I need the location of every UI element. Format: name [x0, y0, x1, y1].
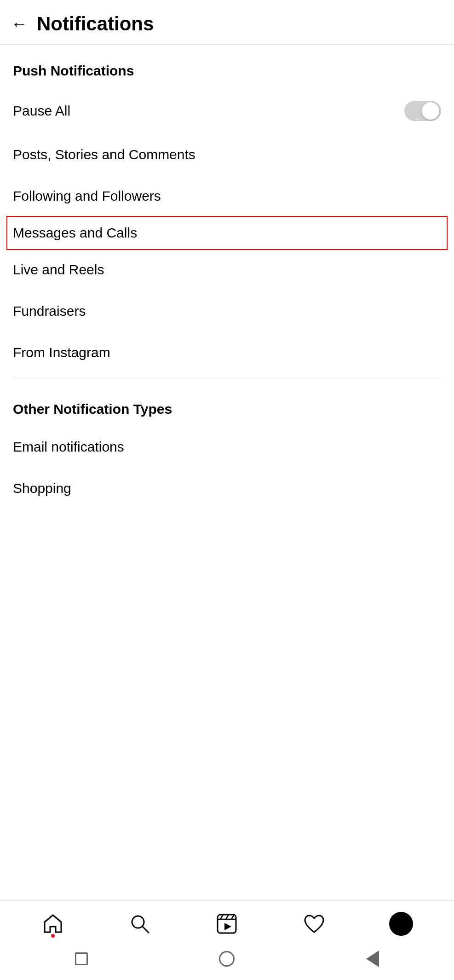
menu-item-fundraisers[interactable]: Fundraisers [13, 290, 441, 332]
back-button[interactable]: ← [11, 16, 28, 32]
circle-icon [219, 951, 235, 967]
svg-line-1 [143, 927, 149, 933]
menu-item-shopping[interactable]: Shopping [13, 468, 441, 509]
android-back-button[interactable] [75, 952, 88, 965]
search-icon [128, 912, 152, 936]
nav-item-search[interactable] [128, 912, 152, 936]
other-notifications-heading: Other Notification Types [13, 383, 441, 426]
section-divider [13, 378, 441, 378]
nav-item-reels[interactable] [215, 912, 239, 936]
android-home-button[interactable] [219, 951, 235, 967]
nav-item-home[interactable] [41, 912, 65, 936]
android-nav [0, 943, 454, 980]
page-title: Notifications [37, 13, 154, 35]
push-notifications-heading: Push Notifications [13, 45, 441, 88]
svg-marker-7 [224, 923, 231, 930]
profile-avatar [389, 912, 413, 936]
pause-all-label: Pause All [13, 103, 70, 119]
triangle-icon [366, 951, 379, 967]
bottom-nav [0, 900, 454, 980]
menu-item-following-followers[interactable]: Following and Followers [13, 175, 441, 217]
header: ← Notifications [0, 0, 454, 45]
nav-item-activity[interactable] [302, 912, 326, 936]
menu-item-label: Messages and Calls [13, 225, 137, 241]
nav-item-profile[interactable] [389, 912, 413, 936]
menu-item-label: Shopping [13, 481, 71, 496]
menu-item-messages-calls[interactable]: Messages and Calls [7, 217, 447, 249]
home-icon [41, 912, 65, 936]
menu-item-label: Fundraisers [13, 303, 86, 319]
android-recents-button[interactable] [366, 951, 379, 967]
menu-item-label: From Instagram [13, 345, 110, 360]
square-icon [75, 952, 88, 965]
menu-item-label: Following and Followers [13, 188, 161, 204]
home-notification-dot [51, 934, 55, 938]
pause-all-row: Pause All [13, 88, 441, 134]
heart-icon [302, 912, 326, 936]
menu-item-label: Email notifications [13, 439, 124, 455]
main-content: Push Notifications Pause All Posts, Stor… [0, 45, 454, 900]
reels-icon [215, 912, 239, 936]
toggle-knob [422, 102, 439, 120]
menu-item-label: Live and Reels [13, 262, 104, 278]
pause-all-toggle[interactable] [404, 101, 441, 121]
nav-icons-row [0, 901, 454, 943]
menu-item-label: Posts, Stories and Comments [13, 147, 195, 162]
menu-item-posts-stories-comments[interactable]: Posts, Stories and Comments [13, 134, 441, 175]
menu-item-from-instagram[interactable]: From Instagram [13, 332, 441, 373]
menu-item-live-reels[interactable]: Live and Reels [13, 249, 441, 290]
menu-item-email-notifications[interactable]: Email notifications [13, 426, 441, 468]
